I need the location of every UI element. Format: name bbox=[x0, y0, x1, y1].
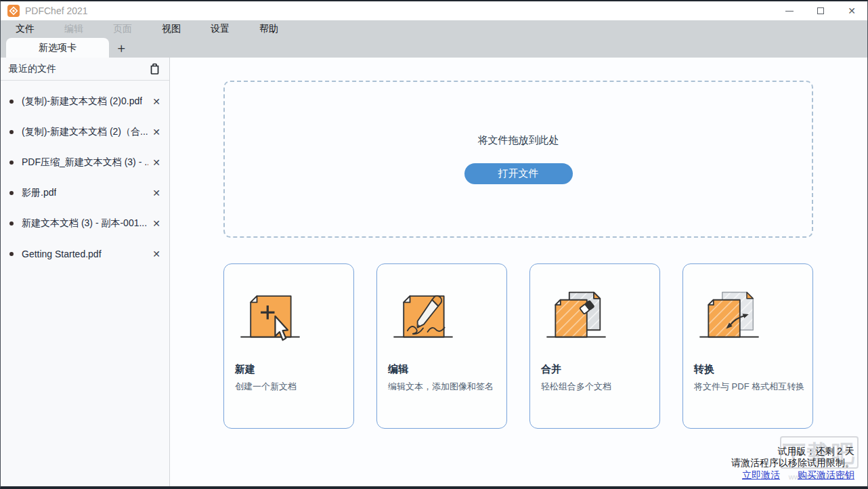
bullet-icon bbox=[9, 130, 14, 134]
card-new-document[interactable]: 新建 创建一个新文档 bbox=[223, 263, 354, 429]
action-cards: 新建 创建一个新文档 编辑 编辑文本，添加图像和签名 bbox=[223, 263, 813, 429]
file-name[interactable]: (复制)-新建文本文档 (2)0.pdf bbox=[22, 95, 142, 108]
tab-bar: 新选项卡 ＋ bbox=[1, 38, 867, 58]
trial-days-remaining: 试用版：还剩 2 天 bbox=[731, 446, 854, 457]
bullet-icon bbox=[9, 191, 14, 195]
menu-page: 页面 bbox=[98, 20, 147, 38]
card-title: 合并 bbox=[541, 363, 650, 376]
tab-new-tab[interactable]: 新选项卡 bbox=[6, 38, 109, 58]
edit-document-icon bbox=[388, 289, 458, 341]
card-subtitle: 将文件与 PDF 格式相互转换 bbox=[694, 381, 803, 393]
card-title: 新建 bbox=[235, 363, 344, 376]
remove-file-button[interactable]: ✕ bbox=[148, 157, 160, 168]
recent-files-sidebar: 最近的文件 (复制)-新建文本文档 (2)0.pdf ✕ (复制)-新建文本文档 bbox=[1, 58, 170, 486]
recent-file-row[interactable]: Getting Started.pdf ✕ bbox=[1, 238, 169, 269]
convert-documents-icon bbox=[694, 289, 764, 341]
new-document-icon bbox=[235, 289, 305, 341]
menu-file[interactable]: 文件 bbox=[1, 20, 49, 38]
app-window: PDFChef 2021 ✕ 文件 编辑 页面 视图 设置 帮助 新选项卡 ＋ … bbox=[0, 0, 868, 489]
remove-file-button[interactable]: ✕ bbox=[148, 249, 160, 259]
close-button[interactable]: ✕ bbox=[836, 1, 867, 20]
file-name[interactable]: 影册.pdf bbox=[22, 187, 56, 199]
buy-key-link[interactable]: 购买激活密钥 bbox=[798, 469, 854, 480]
recent-file-row[interactable]: 影册.pdf ✕ bbox=[1, 177, 169, 208]
title-bar: PDFChef 2021 ✕ bbox=[1, 1, 867, 20]
card-convert-documents[interactable]: 转换 将文件与 PDF 格式相互转换 bbox=[682, 263, 813, 429]
file-name[interactable]: PDF压缩_新建文本文档 (3) - ... bbox=[22, 156, 148, 169]
bullet-icon bbox=[9, 252, 14, 256]
card-title: 转换 bbox=[694, 363, 803, 376]
bullet-icon bbox=[9, 100, 14, 104]
open-file-button[interactable]: 打开文件 bbox=[464, 163, 573, 184]
recent-files-list: (复制)-新建文本文档 (2)0.pdf ✕ (复制)-新建文本文档 (2)（合… bbox=[1, 81, 169, 269]
remove-file-button[interactable]: ✕ bbox=[148, 96, 160, 107]
file-name[interactable]: 新建文本文档 (3) - 副本-001... bbox=[22, 217, 147, 230]
card-subtitle: 轻松组合多个文档 bbox=[541, 381, 650, 393]
recent-file-row[interactable]: 新建文本文档 (3) - 副本-001... ✕ bbox=[1, 208, 169, 238]
maximize-icon bbox=[817, 7, 824, 14]
trash-icon bbox=[150, 63, 160, 75]
clear-recent-button[interactable] bbox=[148, 62, 161, 76]
file-drop-zone[interactable]: 将文件拖放到此处 打开文件 bbox=[223, 81, 813, 238]
activate-now-link[interactable]: 立即激活 bbox=[742, 469, 780, 480]
app-logo-icon bbox=[7, 5, 20, 17]
trial-activate-message: 请激活程序以移除试用限制。 bbox=[731, 457, 854, 469]
add-tab-button[interactable]: ＋ bbox=[111, 38, 131, 58]
card-subtitle: 编辑文本，添加图像和签名 bbox=[388, 381, 497, 393]
card-subtitle: 创建一个新文档 bbox=[235, 381, 344, 393]
menu-help[interactable]: 帮助 bbox=[244, 20, 293, 38]
minimize-button[interactable] bbox=[774, 1, 805, 20]
remove-file-button[interactable]: ✕ bbox=[148, 218, 160, 229]
window-controls: ✕ bbox=[774, 1, 867, 20]
recent-files-title: 最近的文件 bbox=[9, 63, 56, 75]
menu-bar: 文件 编辑 页面 视图 设置 帮助 bbox=[1, 20, 867, 38]
merge-documents-icon bbox=[541, 289, 611, 341]
remove-file-button[interactable]: ✕ bbox=[148, 127, 160, 137]
sidebar-header: 最近的文件 bbox=[1, 58, 169, 81]
bullet-icon bbox=[9, 161, 14, 165]
menu-edit: 编辑 bbox=[49, 20, 98, 38]
menu-settings[interactable]: 设置 bbox=[196, 20, 244, 38]
remove-file-button[interactable]: ✕ bbox=[148, 188, 160, 198]
card-title: 编辑 bbox=[388, 363, 497, 376]
window-title: PDFChef 2021 bbox=[25, 5, 88, 16]
main-panel: 将文件拖放到此处 打开文件 新建 创建一个新文档 bbox=[170, 58, 867, 486]
card-merge-documents[interactable]: 合并 轻松组合多个文档 bbox=[529, 263, 660, 429]
trial-notice: 试用版：还剩 2 天 请激活程序以移除试用限制。 立即激活购买激活密钥 bbox=[731, 446, 854, 481]
content-area: 最近的文件 (复制)-新建文本文档 (2)0.pdf ✕ (复制)-新建文本文档 bbox=[1, 58, 867, 486]
menu-view[interactable]: 视图 bbox=[147, 20, 196, 38]
recent-file-row[interactable]: (复制)-新建文本文档 (2)（合... ✕ bbox=[1, 116, 169, 147]
card-edit-document[interactable]: 编辑 编辑文本，添加图像和签名 bbox=[376, 263, 507, 429]
maximize-button[interactable] bbox=[805, 1, 836, 20]
recent-file-row[interactable]: PDF压缩_新建文本文档 (3) - ... ✕ bbox=[1, 147, 169, 177]
file-name[interactable]: (复制)-新建文本文档 (2)（合... bbox=[22, 126, 148, 138]
minimize-icon bbox=[785, 11, 794, 12]
drop-hint-text: 将文件拖放到此处 bbox=[478, 134, 559, 147]
file-name[interactable]: Getting Started.pdf bbox=[22, 249, 102, 259]
bullet-icon bbox=[9, 221, 14, 226]
recent-file-row[interactable]: (复制)-新建文本文档 (2)0.pdf ✕ bbox=[1, 86, 169, 116]
